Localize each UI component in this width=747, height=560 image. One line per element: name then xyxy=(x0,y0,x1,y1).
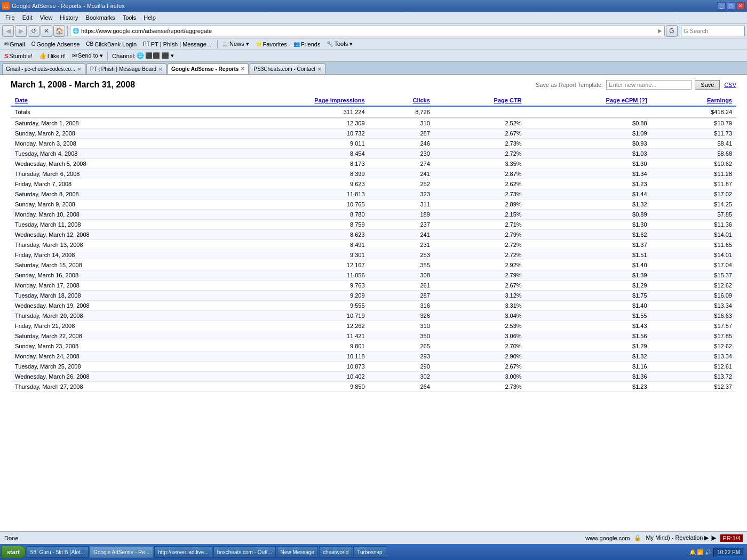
menu-tools[interactable]: Tools xyxy=(120,13,140,22)
cell-clicks: 323 xyxy=(369,189,434,199)
ilike-button[interactable]: 👍 I like it! xyxy=(37,52,68,60)
taskbar-guru[interactable]: 58. Guru - 5kt B (Alot... xyxy=(27,546,89,558)
sendto-button[interactable]: ✉ Send to ▾ xyxy=(70,52,105,60)
menu-file[interactable]: File xyxy=(2,13,18,22)
bookmark-favorites[interactable]: ⭐ Favorites xyxy=(253,41,289,48)
cell-date: Tuesday, March 4, 2008 xyxy=(11,149,220,159)
table-row: Thursday, March 6, 2008 8,399 241 2.87% … xyxy=(11,169,736,179)
minimize-button[interactable]: _ xyxy=(717,2,726,10)
col-date[interactable]: Date xyxy=(11,95,220,106)
cell-ctr: 2.79% xyxy=(434,230,526,240)
bookmark-pt[interactable]: PT PT | Phish | Message ... xyxy=(141,41,215,48)
col-ctr[interactable]: Page CTR xyxy=(434,95,526,106)
cell-earnings: $13.34 xyxy=(651,351,736,362)
cell-ecpm: $1.40 xyxy=(526,260,651,270)
cell-ecpm: $1.62 xyxy=(526,230,651,240)
table-row: Monday, March 10, 2008 8,780 189 2.15% $… xyxy=(11,210,736,220)
cell-ctr: 3.35% xyxy=(434,159,526,169)
menu-bookmarks[interactable]: Bookmarks xyxy=(83,13,118,22)
table-header-row: Date Page impressions Clicks Page CTR Pa… xyxy=(11,95,736,106)
bookmark-friends[interactable]: 👥 Friends xyxy=(291,41,323,48)
cell-ctr: 2.92% xyxy=(434,260,526,270)
back-button[interactable]: ◀ xyxy=(2,25,14,37)
cell-impressions: 8,623 xyxy=(220,230,369,240)
table-row: Sunday, March 9, 2008 10,765 311 2.89% $… xyxy=(11,199,736,210)
taskbar-boxcheats[interactable]: boxcheats.com - Outl... xyxy=(213,546,276,558)
reload-button[interactable]: ↺ xyxy=(28,25,39,37)
menu-view[interactable]: View xyxy=(37,13,56,22)
bookmark-tools[interactable]: 🔧 Tools ▾ xyxy=(324,40,355,48)
tab-gmail[interactable]: Gmail - pc-cheats-codes.co... ✕ xyxy=(2,63,85,74)
cell-ecpm: $1.37 xyxy=(526,240,651,250)
cell-date: Saturday, March 8, 2008 xyxy=(11,189,220,199)
tab-adsense-label: Google AdSense - Reports xyxy=(171,66,239,72)
bookmark-news[interactable]: 📰 News ▾ xyxy=(220,40,251,48)
url-input[interactable] xyxy=(81,28,658,34)
tab-pt-close[interactable]: ✕ xyxy=(158,67,163,72)
tab-adsense[interactable]: Google AdSense - Reports ✕ xyxy=(168,63,249,74)
titlebar-controls[interactable]: _ □ ✕ xyxy=(717,2,745,10)
cell-earnings: $17.04 xyxy=(651,260,736,270)
taskbar-server[interactable]: http://server.iad.live... xyxy=(154,546,212,558)
save-button[interactable]: Save xyxy=(695,80,720,90)
bookmark-gmail[interactable]: ✉ Gmail xyxy=(2,41,27,48)
cell-ecpm: $1.23 xyxy=(526,382,651,392)
col-earnings[interactable]: Earnings xyxy=(651,95,736,106)
bookmark-adsense[interactable]: G Google Adsense xyxy=(29,41,82,48)
tab-ps3-close[interactable]: ✕ xyxy=(317,67,322,72)
tab-adsense-close[interactable]: ✕ xyxy=(241,66,245,71)
col-clicks[interactable]: Clicks xyxy=(369,95,434,106)
cell-ecpm: $1.56 xyxy=(526,331,651,341)
col-impressions[interactable]: Page impressions xyxy=(220,95,369,106)
template-input[interactable] xyxy=(606,80,692,90)
cell-ctr: 3.00% xyxy=(434,372,526,382)
stumble-button[interactable]: S Stumble! xyxy=(2,52,35,60)
tab-ps3[interactable]: PS3Cheats.com - Contact ✕ xyxy=(250,63,325,74)
start-button[interactable]: start xyxy=(1,546,26,558)
address-bar[interactable]: 🌐 ▶ xyxy=(70,26,665,36)
search-input[interactable] xyxy=(684,28,747,34)
cell-clicks: 310 xyxy=(369,118,434,129)
forward-button[interactable]: ▶ xyxy=(15,25,27,37)
menu-history[interactable]: History xyxy=(57,13,81,22)
channel-item[interactable]: Channel: 🌐 ⬛⬛ ⬛ ▾ xyxy=(110,52,176,60)
cell-earnings: $13.34 xyxy=(651,301,736,311)
cell-ctr: 2.73% xyxy=(434,382,526,392)
cell-ctr: 2.67% xyxy=(434,362,526,372)
search-go-button[interactable]: G xyxy=(666,25,678,37)
cell-date: Sunday, March 16, 2008 xyxy=(11,270,220,281)
csv-link[interactable]: CSV xyxy=(724,82,736,88)
cell-earnings: $17.85 xyxy=(651,331,736,341)
cell-impressions: 9,301 xyxy=(220,250,369,260)
browser-icon: 🦊 xyxy=(2,2,10,10)
menu-help[interactable]: Help xyxy=(140,13,159,22)
cell-ctr: 2.90% xyxy=(434,351,526,362)
col-ecpm[interactable]: Page eCPM [?] xyxy=(526,95,651,106)
status-text: Done xyxy=(4,535,18,541)
bookmark-clickbank[interactable]: CB ClickBank Login xyxy=(84,41,139,48)
cell-clicks: 241 xyxy=(369,230,434,240)
menu-edit[interactable]: Edit xyxy=(19,13,36,22)
cell-ctr: 2.52% xyxy=(434,118,526,129)
restore-button[interactable]: □ xyxy=(727,2,735,10)
taskbar-adsense[interactable]: Google AdSense - Re... xyxy=(90,546,153,558)
stop-button[interactable]: ✕ xyxy=(41,25,52,37)
search-box[interactable]: 🔍 xyxy=(681,26,745,36)
cell-ctr: 2.67% xyxy=(434,129,526,139)
cell-ctr: 2.72% xyxy=(434,149,526,159)
tab-pt[interactable]: PT | Phish | Message Board ✕ xyxy=(86,63,166,74)
taskbar-turbosnap[interactable]: Turbosnap xyxy=(353,546,386,558)
cell-clicks: 230 xyxy=(369,149,434,159)
home-button[interactable]: 🏠 xyxy=(53,25,65,37)
taskbar-newmessage[interactable]: New Message xyxy=(277,546,318,558)
taskbar-cheatworld[interactable]: cheatworld xyxy=(319,546,352,558)
cell-clicks: 252 xyxy=(369,179,434,189)
cell-earnings: $16.63 xyxy=(651,311,736,321)
close-button[interactable]: ✕ xyxy=(736,2,745,10)
nav-separator xyxy=(67,26,68,36)
tab-gmail-close[interactable]: ✕ xyxy=(77,67,82,72)
cell-ecpm: $1.23 xyxy=(526,179,651,189)
cell-date: Wednesday, March 5, 2008 xyxy=(11,159,220,169)
cell-date: Wednesday, March 26, 2008 xyxy=(11,372,220,382)
cell-ecpm: $1.32 xyxy=(526,351,651,362)
